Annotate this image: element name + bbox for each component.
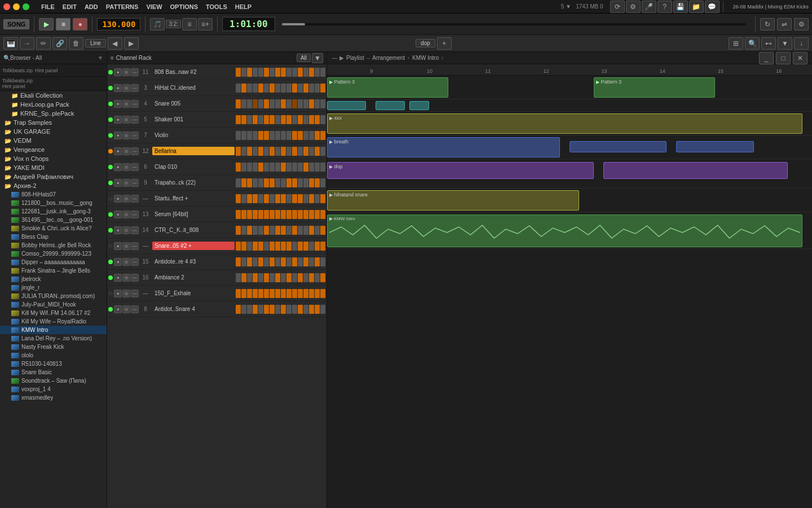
lock-btn[interactable]: —: [131, 132, 139, 139]
solo-btn[interactable]: ◎: [122, 305, 130, 313]
track-block[interactable]: [409, 101, 429, 110]
sidebar-file-xmasmedley[interactable]: xmasmedley: [0, 393, 107, 402]
channel-led[interactable]: [108, 165, 113, 169]
menu-patterns[interactable]: PATTERNS: [103, 3, 142, 10]
track-block[interactable]: ▶ dop: [327, 162, 594, 179]
menu-view[interactable]: VIEW: [143, 3, 165, 10]
lock-btn[interactable]: —: [131, 147, 139, 155]
channel-name[interactable]: CTR_C_K..it_808: [152, 227, 235, 233]
step-pads[interactable]: [236, 178, 325, 187]
lock-btn[interactable]: —: [131, 211, 139, 218]
line-select[interactable]: Line: [85, 39, 106, 47]
lock-btn[interactable]: —: [131, 274, 139, 282]
sidebar-file-kmwintro[interactable]: KMW Intro: [0, 326, 107, 334]
track-block[interactable]: [676, 141, 754, 152]
step-pads[interactable]: [236, 163, 325, 172]
menu-tools[interactable]: TOOLS: [202, 3, 231, 10]
record-icon[interactable]: ⟳: [610, 1, 625, 13]
sidebar-file-killmywif2[interactable]: Kill My Wif..FM 14.06.17 #2: [0, 309, 107, 317]
maximize-button[interactable]: [23, 3, 29, 10]
lock-btn[interactable]: —: [131, 100, 139, 108]
sidebar-folder-trap[interactable]: 📂 Trap Samples: [0, 118, 107, 127]
track-block[interactable]: [570, 141, 667, 152]
menu-file[interactable]: FILE: [38, 3, 58, 10]
track-block[interactable]: ▶ Pattern 3: [594, 77, 715, 98]
mute-btn[interactable]: ●: [114, 305, 122, 313]
solo-btn[interactable]: ◎: [122, 290, 130, 297]
track-block[interactable]: ▶ hihatand snare: [327, 190, 579, 211]
track-block[interactable]: [327, 101, 366, 110]
menu-edit[interactable]: EDIT: [59, 3, 80, 10]
sidebar-file-killmywife[interactable]: Kill My Wife – RoyalRadio: [0, 317, 107, 326]
snap-icon[interactable]: ⊷: [761, 37, 776, 50]
zoom-icon[interactable]: 🔍: [745, 37, 760, 50]
menu-help[interactable]: HELP: [232, 3, 255, 10]
sidebar-file-snarebasic[interactable]: Snare Basic: [0, 368, 107, 376]
solo-btn[interactable]: ◎: [122, 258, 130, 266]
lock-btn[interactable]: —: [131, 290, 139, 297]
sidebar-file-bobby[interactable]: Bobby Helms..gle Bell Rock: [0, 241, 107, 249]
settings-icon[interactable]: ⚙: [794, 18, 809, 30]
track-block[interactable]: [376, 101, 405, 110]
step-pads[interactable]: [236, 115, 325, 124]
nav-right-icon[interactable]: ▶: [124, 37, 139, 50]
channel-led[interactable]: [108, 86, 113, 90]
sidebar-folder-vedm[interactable]: 📂 VEDM: [0, 136, 107, 145]
channel-led[interactable]: [108, 196, 113, 201]
channel-led[interactable]: [108, 307, 113, 312]
sidebar-folder-yake[interactable]: 📂 YAKE MIDI: [0, 163, 107, 172]
solo-btn[interactable]: ◎: [122, 84, 130, 92]
arrow-icon[interactable]: →: [20, 37, 34, 50]
step-pads[interactable]: [236, 289, 325, 298]
solo-btn[interactable]: ◎: [122, 274, 130, 282]
channel-name[interactable]: Antidot..Snare 4: [152, 306, 235, 312]
sidebar-folder-andrey[interactable]: 📂 Андрей Рафаилович: [0, 172, 107, 181]
play-button[interactable]: ▶: [39, 18, 54, 30]
solo-btn[interactable]: ◎: [122, 195, 130, 203]
solo-btn[interactable]: ◎: [122, 242, 130, 250]
mute-btn[interactable]: ●: [114, 211, 122, 218]
sidebar-folder-arhiv[interactable]: 📂 Архив-2: [0, 181, 107, 190]
solo-btn[interactable]: ◎: [122, 226, 130, 234]
sidebar-file-comso[interactable]: Comso_29999..999999-123: [0, 249, 107, 258]
lock-btn[interactable]: —: [131, 305, 139, 313]
piano-roll-icon[interactable]: 🎹: [3, 37, 18, 50]
track-block[interactable]: ▶ Pattern 3: [327, 77, 448, 98]
sidebar-file-jingle[interactable]: jingle_r: [0, 283, 107, 292]
mute-btn[interactable]: ●: [114, 132, 122, 139]
sidebar-file-122681[interactable]: 122681__jusk..ink__gong-3: [0, 207, 107, 216]
track-block[interactable]: ▶ xxx: [327, 113, 802, 134]
lock-btn[interactable]: —: [131, 195, 139, 203]
lock-btn[interactable]: —: [131, 242, 139, 250]
stop-button[interactable]: ■: [56, 18, 70, 30]
sidebar-file-r51030[interactable]: R51030-140813: [0, 360, 107, 368]
nav-left-icon[interactable]: ◀: [108, 37, 122, 50]
sidebar-file-nasty[interactable]: Nasty Freak Kick: [0, 343, 107, 351]
channel-led[interactable]: [108, 149, 113, 154]
channel-name[interactable]: Snare 005: [152, 100, 235, 107]
track-block[interactable]: ▶ breath: [327, 137, 560, 157]
channel-icon[interactable]: ≡+: [198, 18, 213, 30]
sidebar-file-dipper[interactable]: Dipper – aaaaaaaaaaaaa: [0, 258, 107, 266]
mute-btn[interactable]: ●: [114, 68, 122, 76]
channel-led[interactable]: [108, 275, 113, 280]
channel-name[interactable]: Snare..05 #2 +: [152, 242, 235, 250]
channel-led[interactable]: [108, 291, 113, 296]
link-icon[interactable]: 🔗: [52, 37, 67, 50]
channel-name[interactable]: Ambiance 2: [152, 274, 235, 281]
channel-name[interactable]: 808 Bas..naw #2: [152, 69, 235, 75]
chat-icon[interactable]: 💬: [705, 1, 720, 13]
step-pads[interactable]: [236, 84, 325, 93]
channel-name[interactable]: Antidote..re 4 #3: [152, 259, 235, 265]
channel-name[interactable]: Clap 010: [152, 164, 235, 170]
solo-btn[interactable]: ◎: [122, 132, 130, 139]
bpm-display[interactable]: 130.000: [97, 18, 140, 30]
loop-icon[interactable]: ↻: [760, 18, 775, 30]
channel-name[interactable]: Trapaho..ck (22): [152, 179, 235, 186]
menu-options[interactable]: OPTIONS: [167, 3, 202, 10]
channel-name[interactable]: HiHat Cl..idened: [152, 85, 235, 91]
close-button[interactable]: [3, 3, 10, 10]
lock-btn[interactable]: —: [131, 84, 139, 92]
mute-btn[interactable]: ●: [114, 84, 122, 92]
all-filter[interactable]: All: [297, 54, 311, 62]
